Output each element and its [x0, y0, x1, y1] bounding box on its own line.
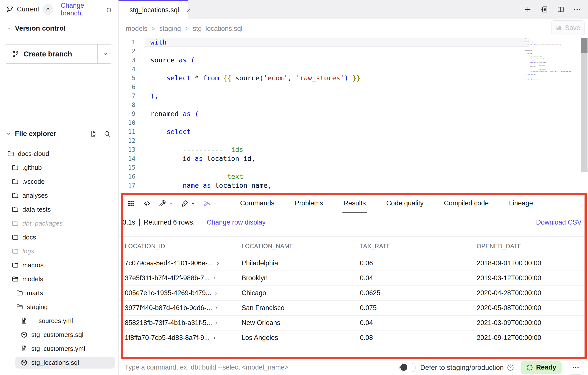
code-area[interactable]: 1234567891011121314151617 with source as…: [119, 38, 588, 193]
tree-item-logs[interactable]: logs: [0, 244, 118, 258]
new-file-icon[interactable]: [89, 130, 97, 138]
notebook-icon[interactable]: [540, 5, 548, 13]
create-branch-main[interactable]: Create branch: [4, 45, 97, 63]
tree-item-stg-customers-yml[interactable]: stg_customers.yml: [0, 342, 118, 356]
cell-location-name: New Orleans: [242, 319, 360, 327]
row-expand-icon[interactable]: [215, 261, 221, 266]
tree-item-staging[interactable]: staging: [0, 300, 118, 314]
tab-title: stg_locations.sql: [129, 6, 179, 14]
location-id-text: 7c079cea-5ed4-4101-906e-...: [125, 259, 213, 267]
panel-tab-problems[interactable]: Problems: [294, 193, 324, 213]
cell-tax-rate: 0.04: [360, 319, 477, 327]
panel-tab-commands[interactable]: Commands: [239, 193, 275, 213]
cell-location-name: San Francisco: [242, 304, 360, 312]
panel-tab-compiled-code[interactable]: Compiled code: [443, 193, 490, 213]
table-row: 37e5f311-b7f4-4f2f-988b-7...Brooklyn0.04…: [119, 271, 587, 286]
tree-item-data-tests[interactable]: data-tests: [0, 202, 118, 216]
close-icon[interactable]: [186, 7, 192, 13]
table-grid-icon[interactable]: [127, 199, 135, 208]
row-expand-icon[interactable]: [213, 290, 219, 296]
save-icon: [555, 25, 562, 31]
wrench-icon[interactable]: [158, 199, 173, 207]
copy-icon[interactable]: [104, 6, 112, 13]
change-row-display-link[interactable]: Change row display: [207, 219, 266, 226]
tree-item-label: stg_locations.sql: [31, 359, 79, 367]
minimap[interactable]: with source as ( select * from {{ source…: [524, 38, 578, 123]
new-tab-icon[interactable]: [524, 5, 532, 13]
folder-icon: [11, 261, 19, 269]
tree-item-docs[interactable]: docs: [0, 230, 118, 244]
cell-tax-rate: 0.075: [360, 304, 477, 312]
editor-scrollbar[interactable]: [581, 38, 588, 172]
location-id-text: 858218fb-73f7-4b1b-a31f-5...: [125, 319, 212, 327]
code-icon[interactable]: [143, 199, 151, 207]
breadcrumb-staging: staging: [159, 25, 181, 33]
ready-circle-icon: [526, 364, 533, 371]
tree-item-models[interactable]: models: [0, 272, 118, 286]
tree-item-marts[interactable]: marts: [0, 286, 118, 300]
editor-tabbar: stg_locations.sql: [119, 0, 588, 19]
panel-tab-results[interactable]: Results: [342, 193, 367, 213]
magic-wand-icon[interactable]: [203, 199, 218, 207]
chevron-down-icon: [102, 51, 108, 57]
file-explorer-title: File explorer: [15, 130, 56, 138]
chevron-down-icon: [6, 26, 11, 31]
cell-location-id: 7c079cea-5ed4-4101-906e-...: [125, 259, 242, 267]
tree-item-analyses[interactable]: analyses: [0, 188, 118, 202]
tree-item-stg-locations-sql[interactable]: stg_locations.sql: [15, 357, 115, 369]
save-button[interactable]: Save: [551, 20, 585, 35]
row-expand-icon[interactable]: [212, 276, 217, 281]
tree-item-label: staging: [27, 303, 48, 311]
row-expand-icon[interactable]: [212, 335, 217, 341]
row-expand-icon[interactable]: [214, 320, 219, 326]
search-icon[interactable]: [103, 130, 111, 138]
tree-item-dbt-packages[interactable]: dbt_packages: [0, 216, 118, 230]
tree-item-docs-cloud[interactable]: docs-cloud: [0, 147, 118, 161]
location-id-text: 1f8ffa70-7cb5-4d83-8a7f-9...: [125, 334, 210, 342]
change-branch-link[interactable]: Change branch: [61, 2, 104, 17]
tab-stg-locations[interactable]: stg_locations.sql: [119, 0, 188, 19]
broom-icon[interactable]: [181, 199, 196, 207]
folder-icon: [11, 206, 19, 213]
cell-tax-rate: 0.08: [360, 334, 477, 342]
scrollbar-thumb[interactable]: [581, 38, 588, 53]
folder-open-icon: [16, 303, 23, 311]
question-icon[interactable]: [507, 364, 514, 371]
command-input[interactable]: [125, 364, 399, 371]
row-expand-icon[interactable]: [214, 305, 219, 311]
cell-tax-rate: 0.06: [360, 259, 477, 267]
more-options-button[interactable]: [568, 361, 584, 375]
results-panel: CommandsProblemsResultsCode qualityCompi…: [119, 193, 588, 360]
file-explorer-header: File explorer: [6, 128, 118, 140]
cell-location-id: 37e5f311-b7f4-4f2f-988b-7...: [125, 274, 242, 282]
version-control-header[interactable]: Version control: [6, 24, 66, 32]
breadcrumb-file: stg_locations.sql: [193, 25, 243, 33]
ellipsis-icon[interactable]: [573, 5, 581, 13]
code-text[interactable]: with source as ( select * from {{ source…: [150, 38, 523, 190]
code-editor: models > staging > stg_locations.sql Sav…: [119, 19, 588, 193]
save-label: Save: [565, 24, 580, 32]
split-view-icon[interactable]: [557, 5, 565, 13]
create-branch-button[interactable]: Create branch: [4, 44, 113, 64]
download-csv-link[interactable]: Download CSV: [536, 219, 582, 226]
tree-item-stg-customers-sql[interactable]: stg_customers.sql: [0, 328, 118, 342]
tree-item--sources-yml[interactable]: __sources.yml: [0, 314, 118, 328]
tree-item--vscode[interactable]: .vscode: [0, 175, 118, 188]
chevron-down-icon[interactable]: [6, 131, 11, 137]
column-header-location_name: LOCATION_NAME: [242, 243, 360, 250]
defer-toggle[interactable]: [399, 363, 416, 372]
toolbar-divider: [228, 198, 228, 209]
panel-tab-code-quality[interactable]: Code quality: [385, 193, 424, 213]
folder-icon: [11, 220, 19, 227]
create-branch-menu-button[interactable]: [97, 45, 113, 63]
tree-item-macros[interactable]: macros: [0, 258, 118, 272]
dbt-cloud-ide: Current Change branch Version control: [0, 0, 588, 375]
tree-item-label: docs-cloud: [18, 150, 49, 158]
status-badge[interactable]: Ready: [521, 361, 562, 374]
breadcrumb-models: models: [126, 25, 147, 33]
tree-item--github[interactable]: .github: [0, 161, 118, 175]
panel-tab-lineage[interactable]: Lineage: [508, 193, 534, 213]
folder-icon: [11, 234, 19, 241]
results-summary: 3.1s Returned 6 rows. Change row display…: [119, 213, 588, 231]
tree-item-label: analyses: [22, 192, 48, 199]
